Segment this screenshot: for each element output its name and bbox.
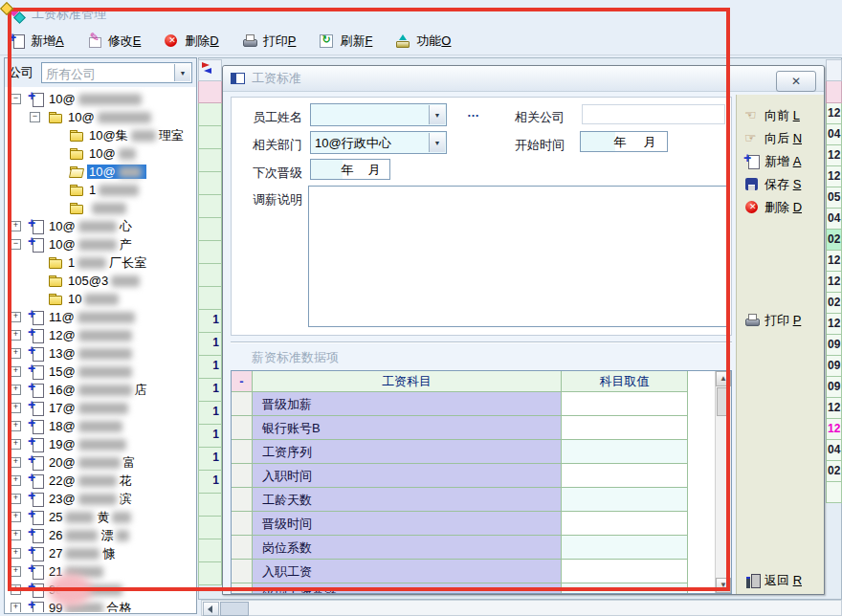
grid-cell[interactable]: 1 — [198, 448, 222, 471]
scroll-left-button[interactable] — [203, 602, 219, 616]
grid-date-cell[interactable]: 12 — [826, 419, 842, 440]
grid-cell[interactable] — [198, 172, 222, 195]
row-selector-cell[interactable] — [232, 440, 253, 464]
tree-expand-box[interactable]: + — [11, 494, 21, 504]
tree-expand-box[interactable]: + — [11, 475, 21, 486]
tree-item[interactable]: − 10@产 — [5, 235, 196, 253]
grid-corner-cell[interactable] — [198, 59, 222, 81]
value-cell[interactable] — [562, 464, 688, 488]
dialog-side-button[interactable]: 向前 L — [744, 106, 800, 125]
tree-expand-box[interactable]: + — [11, 348, 21, 359]
grid-date-cell[interactable]: 12 — [826, 398, 842, 419]
dialog-side-button[interactable]: 打印 P — [744, 311, 801, 330]
grid-date-cell[interactable]: 04 — [826, 124, 842, 145]
value-cell[interactable] — [562, 536, 688, 560]
table-row[interactable]: 级别工资总额 — [232, 583, 716, 593]
tree-expand-box[interactable]: + — [11, 603, 21, 612]
grid-date-cell[interactable]: 12 — [826, 145, 842, 166]
row-selector-cell[interactable] — [232, 512, 253, 536]
related-dept-combobox[interactable]: 10@行政中心 ▼ — [310, 131, 447, 154]
grid-date-cell[interactable] — [826, 482, 842, 503]
subject-cell[interactable]: 晋级时间 — [253, 512, 562, 536]
grid-cell[interactable] — [198, 517, 222, 539]
table-row[interactable]: 工资序列 — [232, 440, 716, 464]
company-combobox[interactable]: 所有公司 ▼ — [41, 62, 192, 83]
grid-date-cell[interactable]: 02 — [826, 461, 842, 482]
grid-cell[interactable] — [198, 494, 222, 517]
row-selector-cell[interactable] — [232, 583, 253, 593]
grid-cell[interactable] — [198, 149, 222, 172]
grid-cell[interactable]: 1 — [198, 356, 222, 379]
table-row[interactable]: 入职时间 — [232, 464, 716, 488]
tree-expand-box[interactable]: − — [30, 112, 40, 122]
tree-item[interactable]: 1厂长室 — [5, 253, 196, 272]
table-row[interactable]: 晋级时间 — [232, 512, 716, 536]
scrollbar-thumb[interactable] — [220, 602, 249, 616]
table-corner-header[interactable]: - — [232, 371, 253, 392]
tree-expand-box[interactable]: + — [11, 530, 21, 540]
tree-expand-box[interactable]: + — [11, 584, 21, 595]
grid-cell[interactable]: 1 — [198, 425, 222, 448]
tree-expand-box[interactable]: − — [11, 239, 21, 250]
value-cell[interactable] — [562, 512, 688, 536]
column-header-value[interactable]: 科目取值 — [562, 371, 688, 392]
value-cell[interactable] — [562, 392, 688, 416]
value-cell[interactable] — [562, 488, 688, 512]
dialog-side-button[interactable]: 删除 D — [744, 198, 802, 217]
grid-date-cell[interactable]: 09 — [826, 356, 842, 377]
grid-date-cell[interactable]: 12 — [826, 166, 842, 187]
grid-cell[interactable] — [198, 562, 222, 585]
start-time-field[interactable]: 年 月 — [580, 131, 668, 152]
row-selector-cell[interactable] — [232, 560, 253, 583]
grid-cell[interactable] — [198, 264, 222, 287]
toolbar-button[interactable]: 打印P — [238, 31, 300, 52]
table-row[interactable]: 工龄天数 — [232, 488, 716, 512]
tree-expand-box[interactable]: + — [11, 385, 21, 395]
column-header-subject[interactable]: 工资科目 — [253, 371, 562, 392]
scroll-up-button[interactable]: ▲ — [716, 371, 731, 386]
value-cell[interactable] — [562, 416, 688, 440]
grid-cell[interactable]: 1 — [198, 333, 222, 356]
grid-cell[interactable]: 1 — [198, 402, 222, 425]
grid-date-cell[interactable]: 02 — [826, 293, 842, 314]
tree-expand-box[interactable]: + — [11, 312, 21, 322]
table-row[interactable]: 晋级加薪 — [232, 392, 716, 416]
tree-expand-box[interactable]: + — [11, 221, 21, 231]
subject-cell[interactable]: 工资序列 — [253, 440, 562, 464]
tree-expand-box[interactable]: + — [11, 512, 21, 522]
tree-item[interactable]: 105@3 — [5, 272, 196, 290]
grid-date-cell[interactable]: 09 — [826, 335, 842, 356]
grid-cell[interactable]: 1 — [198, 471, 222, 494]
next-promotion-field[interactable]: 年 月 — [310, 159, 390, 180]
grid-date-cell[interactable]: 12 — [826, 272, 842, 293]
subject-cell[interactable]: 入职工资 — [253, 560, 562, 583]
grid-cell[interactable] — [198, 126, 222, 149]
grid-cell[interactable] — [198, 539, 222, 562]
grid-cell[interactable] — [198, 218, 222, 241]
salary-note-textarea[interactable] — [308, 186, 727, 327]
dialog-side-button[interactable]: 返回 R — [744, 571, 802, 590]
tree-expand-box[interactable]: + — [11, 566, 21, 577]
tree-expand-box[interactable]: + — [11, 403, 21, 413]
row-selector-cell[interactable] — [232, 392, 253, 416]
toolbar-button[interactable]: 新增A — [6, 31, 68, 52]
grid-date-cell[interactable]: 12 — [826, 314, 842, 335]
employee-name-combobox[interactable]: ▼ — [310, 103, 447, 126]
tree-item[interactable]: 10@集理室 — [5, 126, 196, 144]
tree-item[interactable]: + 99合格 — [5, 599, 196, 612]
toolbar-button[interactable]: 删除D — [160, 31, 222, 52]
grid-cell[interactable] — [198, 103, 222, 126]
tree-item[interactable]: 1 — [5, 181, 196, 199]
close-button[interactable]: ✕ — [776, 71, 816, 92]
tree-item[interactable]: 10@ — [5, 163, 196, 181]
value-cell[interactable] — [562, 440, 688, 464]
horizontal-scrollbar[interactable] — [201, 600, 842, 616]
scrollbar-thumb[interactable] — [717, 387, 730, 416]
row-selector-cell[interactable] — [232, 536, 253, 560]
table-row[interactable]: 银行账号B — [232, 416, 716, 440]
table-row[interactable]: 入职工资 — [232, 560, 716, 583]
dialog-side-button[interactable]: 向后 N — [744, 129, 802, 148]
grid-cell[interactable] — [198, 241, 222, 264]
chevron-down-icon[interactable]: ▼ — [174, 64, 190, 81]
row-selector-cell[interactable] — [232, 416, 253, 440]
